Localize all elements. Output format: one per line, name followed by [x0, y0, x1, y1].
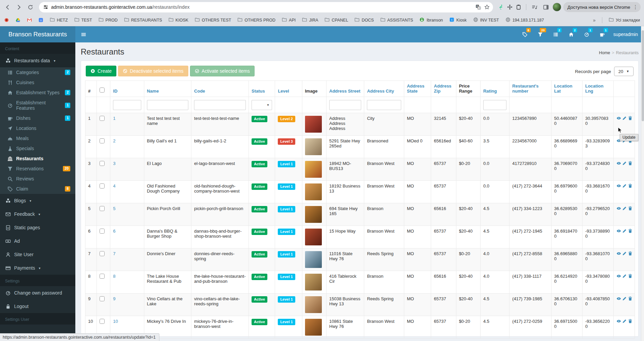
sidebar-item-locations[interactable]: Locations: [0, 123, 75, 133]
delete-icon[interactable]: [628, 274, 634, 279]
sidebar-item-establishment-features[interactable]: Establishment Features1: [0, 98, 75, 113]
sidebar-item-ad[interactable]: Ad: [0, 234, 75, 248]
sidebar-item-claim[interactable]: Claim8: [0, 184, 75, 194]
bookmark-item[interactable]: TEST: [74, 17, 92, 23]
sidebar-item-static-pages[interactable]: WStatic pages: [0, 221, 75, 234]
row-id-link[interactable]: 3: [113, 161, 115, 166]
delete-icon[interactable]: [628, 183, 634, 189]
drive-bookmark-icon[interactable]: [15, 18, 21, 23]
sidebar-item-categories[interactable]: Categories2: [0, 67, 75, 77]
sidebar-item-meals[interactable]: Meals: [0, 133, 75, 143]
delete-icon[interactable]: [628, 161, 634, 166]
column-header-address-street[interactable]: Address Street: [327, 81, 364, 97]
row-id-link[interactable]: 6: [113, 229, 115, 234]
sidebar-item-specials[interactable]: Specials: [0, 143, 75, 154]
bookmark-item[interactable]: tKiosk: [449, 17, 467, 23]
filter-input-id[interactable]: [113, 100, 141, 110]
sidebar-item-restaurants[interactable]: Restaurants: [0, 154, 75, 164]
view-icon[interactable]: [616, 319, 622, 324]
deactivate-selected-button[interactable]: Deactivate selected items: [118, 66, 188, 76]
delete-icon[interactable]: [628, 206, 634, 211]
delete-icon[interactable]: [628, 116, 634, 121]
column-header-level[interactable]: Level: [275, 81, 302, 97]
sidebar-item-blogs[interactable]: Blogs▾: [0, 194, 75, 207]
side-panel-icon[interactable]: [541, 2, 551, 12]
sidebar-item-feedback[interactable]: Feedback▾: [0, 207, 75, 221]
view-icon[interactable]: [616, 274, 622, 279]
chrome-update-button[interactable]: Доступна нова версія Chrome ⋮: [563, 2, 641, 12]
app-logo[interactable]: Branson Restaurants: [0, 26, 75, 42]
row-checkbox[interactable]: [100, 229, 105, 234]
sidebar-toggle-icon[interactable]: [75, 26, 92, 42]
filter-input-code[interactable]: [194, 100, 246, 110]
sidebar-item-reviews[interactable]: Reviews: [0, 174, 75, 184]
row-id-link[interactable]: 7: [113, 251, 115, 256]
reading-list-icon[interactable]: [530, 2, 539, 12]
sidebar-item-restaurants-data[interactable]: Restaurants data▾: [0, 54, 75, 67]
navbar-home-icon[interactable]: 2: [565, 26, 578, 42]
row-id-link[interactable]: 10: [113, 319, 118, 324]
create-button[interactable]: Create: [86, 66, 116, 76]
bookmark-item[interactable]: 194.183.171.187: [505, 17, 544, 23]
view-icon[interactable]: [616, 161, 622, 166]
navbar-th-list-icon[interactable]: 2: [550, 26, 562, 42]
edit-icon[interactable]: [622, 116, 628, 121]
row-checkbox[interactable]: [100, 319, 105, 324]
edit-icon[interactable]: [622, 251, 628, 256]
bookmark-item[interactable]: PROD: [99, 17, 118, 23]
edit-icon[interactable]: [622, 206, 628, 211]
column-header-address-zip[interactable]: Address Zip: [431, 81, 456, 97]
column-header-id[interactable]: ID: [110, 81, 144, 97]
column-header-address-state[interactable]: Address State: [404, 81, 431, 97]
edit-icon[interactable]: [622, 161, 628, 166]
user-menu[interactable]: superadmin: [609, 32, 644, 37]
delete-icon[interactable]: [628, 229, 634, 234]
column-header-status[interactable]: Status: [249, 81, 275, 97]
edit-icon[interactable]: [622, 229, 628, 234]
column-header-name[interactable]: Name: [144, 81, 191, 97]
profile-avatar[interactable]: [553, 3, 561, 11]
navbar-tags-icon[interactable]: 8: [519, 26, 531, 42]
row-checkbox[interactable]: [100, 138, 105, 143]
row-checkbox[interactable]: [100, 116, 105, 121]
bookmark-item[interactable]: API: [282, 17, 296, 23]
bookmark-item[interactable]: HETZ: [50, 17, 68, 23]
row-id-link[interactable]: 8: [113, 274, 115, 279]
filter-input-name[interactable]: [147, 100, 189, 110]
row-checkbox[interactable]: [100, 206, 105, 211]
sidebar-item-establishment-types[interactable]: Establishment Types2: [0, 88, 75, 98]
row-checkbox[interactable]: [100, 296, 105, 301]
sidebar-item-payments[interactable]: Payments▾: [0, 261, 75, 275]
sidebar-item-site-user[interactable]: Site User: [0, 248, 75, 261]
row-id-link[interactable]: 1: [113, 116, 115, 121]
sidebar-item-dishes[interactable]: Dishes1: [0, 113, 75, 123]
navbar-gauge-icon[interactable]: 1: [580, 26, 593, 42]
row-checkbox[interactable]: [100, 183, 105, 189]
bookmark-item[interactable]: Ibranson: [419, 17, 443, 23]
scrollbar-thumb[interactable]: [642, 30, 644, 121]
column-header-address-city[interactable]: Address City: [364, 81, 404, 97]
sidebar-item-logout[interactable]: Logout: [0, 300, 75, 313]
row-id-link[interactable]: 4: [113, 183, 115, 189]
url-text[interactable]: admin.branson-restaurants.gointeractive.…: [51, 4, 473, 10]
view-icon[interactable]: [616, 251, 622, 256]
delete-icon[interactable]: [628, 319, 634, 324]
edit-icon[interactable]: [622, 296, 628, 301]
row-checkbox[interactable]: [100, 274, 105, 279]
delete-icon[interactable]: [628, 296, 634, 301]
row-id-link[interactable]: 9: [113, 296, 115, 301]
records-per-page-select[interactable]: 20▼: [614, 67, 634, 76]
bookmark-item[interactable]: KIOSK: [168, 17, 188, 23]
bookmarks-overflow-button[interactable]: »: [593, 18, 596, 23]
sidebar-item-change-own-password[interactable]: Change own password: [0, 286, 75, 300]
view-icon[interactable]: [616, 206, 622, 211]
row-checkbox[interactable]: [100, 161, 105, 166]
all-bookmarks-button[interactable]: Усі закладки: [609, 17, 640, 23]
filter-input-rating[interactable]: [483, 100, 506, 110]
chrome-menu-icon[interactable]: ⋮: [633, 4, 638, 10]
view-icon[interactable]: [616, 229, 622, 234]
column-header-restaurant-s-number[interactable]: Restaurant's number: [509, 81, 552, 97]
window-scrollbar[interactable]: [641, 26, 644, 341]
bookmark-item[interactable]: OTHERS PROD: [237, 17, 275, 23]
view-icon[interactable]: [616, 183, 622, 189]
